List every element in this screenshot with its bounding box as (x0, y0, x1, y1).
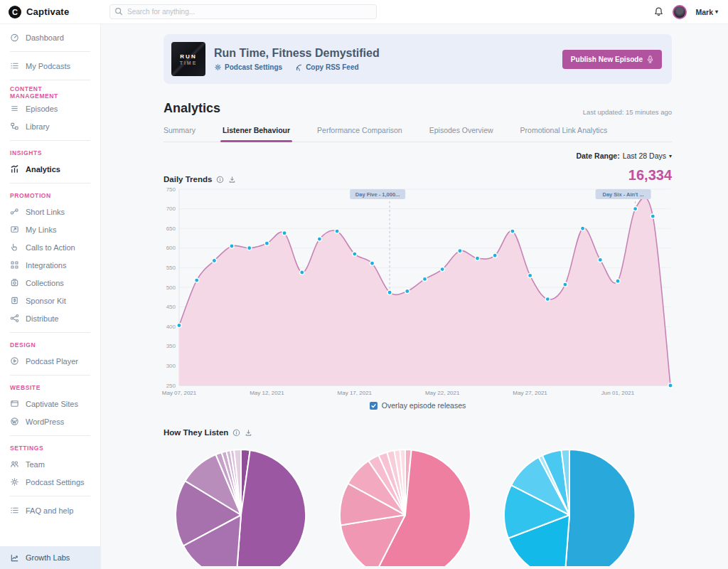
sidebar-item-podcast-player[interactable]: Podcast Player (0, 352, 100, 370)
download-icon[interactable] (245, 429, 252, 437)
publish-new-episode-button[interactable]: Publish New Episode (562, 50, 662, 69)
pie-chart-left[interactable] (174, 445, 308, 566)
overlay-checkbox[interactable] (370, 402, 378, 410)
page-title: Analytics (164, 101, 220, 116)
search-icon (114, 7, 123, 16)
pie-chart-right[interactable] (503, 445, 636, 566)
avatar[interactable] (673, 5, 687, 19)
svg-text:Jun 01, 2021: Jun 01, 2021 (601, 390, 635, 396)
rss-icon (295, 63, 303, 71)
distribute-icon (10, 314, 19, 323)
tab-performance-comparison[interactable]: Performance Comparison (317, 126, 402, 142)
sidebar-item-calls-to-action[interactable]: Calls to Action (0, 238, 100, 256)
podcast-settings-link[interactable]: Podcast Settings (214, 63, 282, 71)
integrations-icon (10, 260, 19, 270)
sidebar-item-growth-labs[interactable]: Growth Labs (0, 546, 100, 569)
my-links-icon (10, 225, 19, 234)
sidebar-item-wordpress[interactable]: WordPress (0, 413, 100, 430)
dashboard-icon (10, 33, 19, 42)
sidebar-item-analytics[interactable]: Analytics (0, 160, 100, 178)
sidebar-item-podcast-settings[interactable]: Podcast Settings (0, 473, 100, 491)
divider (10, 80, 90, 80)
sidebar-item-label: Integrations (26, 261, 66, 270)
sidebar-item-captivate-sites[interactable]: Captivate Sites (0, 395, 100, 413)
podcast-info: Run Time, Fitness Demystified Podcast Se… (214, 47, 380, 71)
notifications-bell-icon[interactable] (653, 6, 664, 17)
svg-text:May 07, 2021: May 07, 2021 (162, 390, 197, 396)
sidebar-item-label: Calls to Action (26, 243, 75, 252)
info-icon[interactable] (216, 176, 224, 184)
date-range-selector[interactable]: Date Range: Last 28 Days ▾ (164, 151, 672, 160)
sidebar-item-episodes[interactable]: Episodes (0, 100, 100, 117)
divider (10, 496, 90, 496)
analytics-tabs: Summary Listener Behaviour Performance C… (164, 126, 672, 142)
page-title-row: Analytics Last updated: 15 minutes ago (164, 101, 672, 116)
microphone-icon (647, 55, 653, 63)
overlay-episode-row: Overlay episode releases (164, 401, 672, 410)
sponsor-kit-icon (10, 296, 19, 305)
sidebar-item-label: FAQ and help (26, 506, 73, 515)
tab-promotional-link-analytics[interactable]: Promotional Link Analytics (520, 126, 608, 142)
sidebar-item-integrations[interactable]: Integrations (0, 256, 100, 274)
podcast-title: Run Time, Fitness Demystified (214, 47, 380, 60)
daily-trends-header: Daily Trends 16,334 (164, 167, 672, 184)
sidebar-item-library[interactable]: Library (0, 117, 100, 135)
library-icon (10, 122, 19, 131)
collections-icon (10, 278, 19, 287)
divider (10, 375, 90, 376)
sidebar-item-team[interactable]: Team (0, 455, 100, 473)
last-updated: Last updated: 15 minutes ago (583, 108, 672, 116)
faq-list-icon (10, 506, 19, 515)
daily-trends-svg[interactable]: 250300350400450500550600650700750Day Fiv… (164, 186, 672, 398)
sidebar-item-dashboard[interactable]: Dashboard (0, 28, 100, 46)
how-they-listen-pies (174, 445, 636, 566)
sidebar-item-distribute[interactable]: Distribute (0, 309, 100, 327)
sidebar-item-my-links[interactable]: My Links (0, 220, 100, 238)
search-input[interactable] (109, 4, 377, 19)
svg-text:May 27, 2021: May 27, 2021 (513, 390, 547, 396)
sidebar-item-label: Podcast Settings (26, 478, 85, 486)
sidebar-section-content-management: CONTENT MANAGEMENT (0, 85, 100, 100)
tab-summary[interactable]: Summary (164, 126, 196, 142)
tab-episodes-overview[interactable]: Episodes Overview (429, 126, 493, 142)
sidebar-item-label: Podcast Player (26, 357, 78, 366)
svg-text:Day Five - 1,000...: Day Five - 1,000... (355, 191, 400, 198)
captivate-logo-icon: C (9, 6, 21, 18)
artwork-text: RUN (180, 53, 196, 60)
captivate-logo[interactable]: C Captivate (0, 6, 101, 18)
svg-text:Day Six - Ain't ...: Day Six - Ain't ... (603, 191, 644, 198)
sidebar-item-label: Short Links (26, 208, 65, 216)
daily-trends-title-group: Daily Trends (164, 175, 236, 184)
artwork-text: TIME (180, 60, 198, 65)
analytics-icon (10, 164, 19, 174)
copy-rss-link[interactable]: Copy RSS Feed (295, 63, 358, 71)
pie-chart-center[interactable] (338, 445, 472, 566)
sidebar-item-label: My Podcasts (26, 62, 70, 70)
sidebar-item-sponsor-kit[interactable]: Sponsor Kit (0, 292, 100, 309)
sidebar-item-collections[interactable]: Collections (0, 274, 100, 292)
svg-text:600: 600 (166, 245, 176, 251)
user-menu[interactable]: Mark ▾ (695, 8, 718, 16)
sidebar-item-my-podcasts[interactable]: My Podcasts (0, 57, 100, 75)
sidebar-item-label: Growth Labs (26, 553, 70, 562)
svg-text:May 12, 2021: May 12, 2021 (250, 390, 284, 396)
svg-text:400: 400 (166, 324, 176, 330)
svg-text:450: 450 (166, 304, 176, 310)
user-name: Mark (695, 8, 713, 16)
download-icon[interactable] (228, 176, 236, 184)
sidebar-item-label: Team (26, 460, 45, 469)
episodes-icon (10, 104, 19, 113)
sidebar-section-design: DESIGN (0, 338, 100, 352)
svg-text:May 22, 2021: May 22, 2021 (425, 390, 460, 396)
info-icon[interactable] (232, 429, 240, 437)
gear-icon (10, 477, 19, 486)
podcast-player-icon (10, 356, 19, 366)
sidebar-item-label: Dashboard (26, 33, 64, 42)
browser-icon (10, 399, 19, 408)
tab-listener-behaviour[interactable]: Listener Behaviour (223, 126, 290, 142)
sidebar-item-faq[interactable]: FAQ and help (0, 501, 100, 519)
podcast-artwork: RUN TIME (171, 42, 205, 76)
sidebar-item-short-links[interactable]: Short Links (0, 203, 100, 220)
svg-text:750: 750 (166, 186, 176, 193)
topbar: C Captivate Mark ▾ (0, 0, 728, 24)
